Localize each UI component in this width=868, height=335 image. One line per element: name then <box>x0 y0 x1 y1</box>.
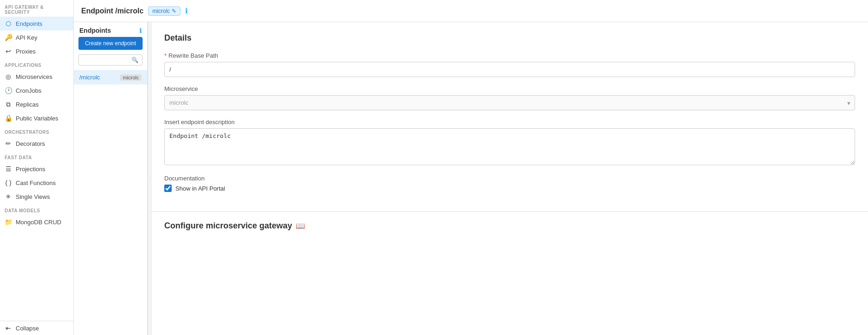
page-title: Endpoint /microlc <box>81 7 144 15</box>
configure-title: Configure microservice gateway <box>164 221 292 231</box>
sidebar-item-endpoints[interactable]: ⬡ Endpoints <box>0 17 73 30</box>
details-panel: Details * Rewrite Base Path Microservice… <box>151 22 868 335</box>
rewrite-base-path-input[interactable] <box>164 62 855 77</box>
section-applications-label: APPLICATIONS <box>0 58 73 70</box>
details-section: Details * Rewrite Base Path Microservice… <box>151 22 868 212</box>
projections-icon: ☰ <box>5 165 12 173</box>
sidebar-item-replicas-label: Replicas <box>16 101 39 108</box>
sidebar-item-proxies[interactable]: ↩ Proxies <box>0 44 73 58</box>
topbar-info-icon[interactable]: ℹ <box>185 6 188 15</box>
public-variables-icon: 🔒 <box>5 114 12 122</box>
description-label: Insert endpoint description <box>164 119 855 126</box>
search-box: 🔍 <box>78 54 143 66</box>
endpoints-info-icon[interactable]: ℹ <box>139 27 142 34</box>
cast-functions-icon: ( ) <box>5 179 12 186</box>
microservice-select[interactable]: microlc <box>164 95 855 110</box>
microservice-label: Microservice <box>164 85 855 92</box>
sidebar-item-microservices-label: Microservices <box>16 73 52 80</box>
section-datamodels-label: DATA MODELS <box>0 203 73 215</box>
rewrite-base-path-group: * Rewrite Base Path <box>164 52 855 77</box>
sidebar-item-public-variables-label: Public Variables <box>16 115 58 122</box>
proxies-icon: ↩ <box>5 48 12 55</box>
create-endpoint-button[interactable]: Create new endpoint <box>78 37 143 50</box>
collapse-icon: ⇤ <box>5 324 12 332</box>
search-icon: 🔍 <box>132 57 138 63</box>
section-api-label: API GATEWAY & SECURITY <box>0 0 73 17</box>
sidebar-item-projections-label: Projections <box>16 166 45 173</box>
section-orchestrators-label: ORCHESTRATORS <box>0 125 73 137</box>
content-area: Endpoints ℹ Create new endpoint 🔍 /micro… <box>74 22 868 335</box>
sidebar-item-collapse[interactable]: ⇤ Collapse <box>0 321 73 335</box>
rewrite-base-path-label: * Rewrite Base Path <box>164 52 855 59</box>
mongodb-icon: 📁 <box>5 218 12 226</box>
description-group: Insert endpoint description Endpoint /mi… <box>164 119 855 167</box>
main-area: Endpoint /microlc microlc ✎ ℹ Endpoints … <box>74 0 868 335</box>
sidebar-item-mongodb-label: MongoDB CRUD <box>16 219 61 226</box>
sidebar-item-decorators-label: Decorators <box>16 140 45 147</box>
sidebar-item-endpoints-label: Endpoints <box>16 20 42 27</box>
show-in-portal-group: Show in API Portal <box>164 185 855 192</box>
sidebar-item-cronjobs[interactable]: 🕐 CronJobs <box>0 84 73 97</box>
panel-resizer[interactable]: ⋮ <box>148 22 151 335</box>
search-input[interactable] <box>83 57 132 63</box>
badge-label: microlc <box>152 8 170 14</box>
endpoints-panel-title: Endpoints <box>79 27 111 34</box>
single-views-icon: ✳ <box>5 193 12 200</box>
api-key-icon: 🔑 <box>5 34 12 41</box>
configure-section: Configure microservice gateway 📖 <box>151 212 868 240</box>
sidebar: API GATEWAY & SECURITY ⬡ Endpoints 🔑 API… <box>0 0 74 335</box>
endpoints-header: Endpoints ℹ <box>74 22 147 37</box>
details-section-title: Details <box>164 33 855 43</box>
sidebar-item-mongodb-crud[interactable]: 📁 MongoDB CRUD <box>0 215 73 229</box>
endpoints-panel: Endpoints ℹ Create new endpoint 🔍 /micro… <box>74 22 148 335</box>
decorators-icon: ✏ <box>5 140 12 147</box>
sidebar-item-single-views[interactable]: ✳ Single Views <box>0 190 73 203</box>
sidebar-item-single-views-label: Single Views <box>16 193 50 200</box>
section-fastdata-label: FAST DATA <box>0 150 73 162</box>
description-textarea[interactable]: Endpoint /microlc <box>164 128 855 165</box>
microservice-select-wrapper: microlc <box>164 95 855 110</box>
sidebar-item-api-key-label: API Key <box>16 34 37 41</box>
sidebar-item-cronjobs-label: CronJobs <box>16 87 42 94</box>
resizer-dots: ⋮ <box>148 176 151 181</box>
book-icon[interactable]: 📖 <box>296 221 305 230</box>
documentation-label: Documentation <box>164 175 855 182</box>
endpoint-badge[interactable]: microlc ✎ <box>148 6 180 16</box>
endpoints-icon: ⬡ <box>5 20 12 27</box>
sidebar-item-collapse-label: Collapse <box>16 325 39 332</box>
badge-edit-icon[interactable]: ✎ <box>172 8 176 14</box>
endpoint-tag: microlc <box>120 74 142 81</box>
show-in-portal-label[interactable]: Show in API Portal <box>175 185 225 192</box>
topbar: Endpoint /microlc microlc ✎ ℹ <box>74 0 868 22</box>
sidebar-item-replicas[interactable]: ⧉ Replicas <box>0 97 73 111</box>
sidebar-item-projections[interactable]: ☰ Projections <box>0 162 73 176</box>
sidebar-item-decorators[interactable]: ✏ Decorators <box>0 137 73 150</box>
microservices-icon: ◎ <box>5 73 12 80</box>
microservice-group: Microservice microlc <box>164 85 855 110</box>
replicas-icon: ⧉ <box>5 101 12 108</box>
sidebar-item-proxies-label: Proxies <box>16 48 36 55</box>
sidebar-item-public-variables[interactable]: 🔒 Public Variables <box>0 111 73 125</box>
required-star: * <box>164 52 167 59</box>
sidebar-item-cast-functions-label: Cast Functions <box>16 179 56 186</box>
endpoint-path: /microlc <box>79 74 100 81</box>
sidebar-item-cast-functions[interactable]: ( ) Cast Functions <box>0 176 73 190</box>
endpoint-list-item[interactable]: /microlc microlc <box>74 70 147 84</box>
show-in-portal-checkbox[interactable] <box>164 185 172 192</box>
sidebar-item-microservices[interactable]: ◎ Microservices <box>0 70 73 84</box>
sidebar-item-api-key[interactable]: 🔑 API Key <box>0 30 73 44</box>
cronjobs-icon: 🕐 <box>5 87 12 94</box>
documentation-group: Documentation Show in API Portal <box>164 175 855 192</box>
